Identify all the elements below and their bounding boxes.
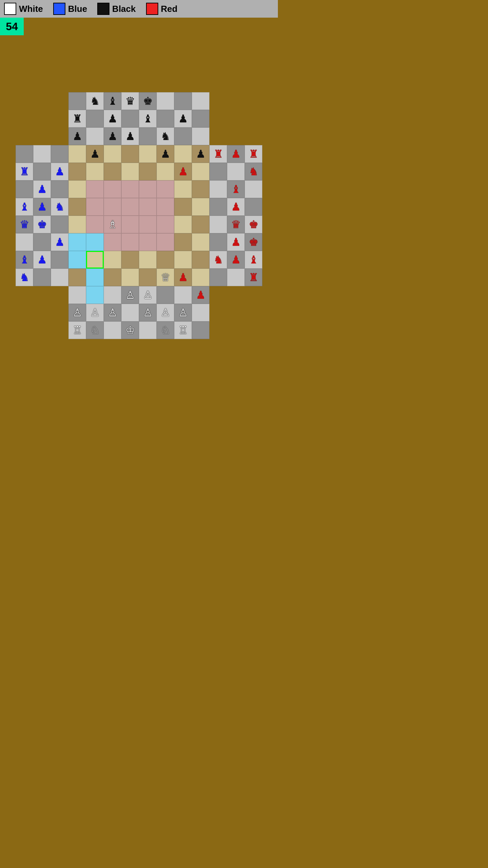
cell-12-6[interactable] (121, 304, 139, 321)
cell-4-3[interactable] (68, 163, 86, 180)
cell-1-2[interactable] (51, 110, 68, 127)
cell-0-4[interactable]: ♞ (86, 92, 104, 110)
cell-11-8[interactable] (157, 286, 174, 304)
cell-7-5[interactable]: ♗ (104, 216, 121, 233)
cell-2-3[interactable]: ♟ (68, 127, 86, 145)
cell-13-9[interactable]: ♖ (174, 321, 192, 339)
cell-12-2[interactable] (51, 304, 68, 321)
cell-6-2[interactable]: ♞ (51, 198, 68, 216)
cell-7-4[interactable] (86, 216, 104, 233)
cell-8-6[interactable] (121, 233, 139, 251)
cell-8-4[interactable] (86, 233, 104, 251)
cell-8-9[interactable] (174, 233, 192, 251)
cell-4-9[interactable]: ♟ (174, 163, 192, 180)
cell-2-7[interactable] (139, 127, 157, 145)
cell-8-5[interactable] (104, 233, 121, 251)
cell-13-1[interactable] (33, 321, 51, 339)
cell-1-0[interactable] (16, 110, 33, 127)
cell-11-13[interactable] (245, 286, 262, 304)
cell-0-0[interactable] (16, 92, 33, 110)
cell-10-2[interactable] (51, 269, 68, 286)
cell-13-3[interactable]: ♖ (68, 321, 86, 339)
cell-13-12[interactable] (227, 321, 245, 339)
cell-0-8[interactable] (157, 92, 174, 110)
cell-6-6[interactable] (121, 198, 139, 216)
cell-13-10[interactable] (192, 321, 209, 339)
cell-7-3[interactable] (68, 216, 86, 233)
cell-11-4[interactable] (86, 286, 104, 304)
cell-7-1[interactable]: ♚ (33, 216, 51, 233)
cell-9-3[interactable] (68, 251, 86, 269)
cell-5-7[interactable] (139, 180, 157, 198)
cell-10-1[interactable] (33, 269, 51, 286)
cell-3-10[interactable]: ♟ (192, 145, 209, 163)
cell-5-6[interactable] (121, 180, 139, 198)
cell-9-11[interactable]: ♞ (209, 251, 227, 269)
cell-0-13[interactable] (245, 92, 262, 110)
cell-1-13[interactable] (245, 110, 262, 127)
cell-13-6[interactable]: ♔ (121, 321, 139, 339)
cell-6-9[interactable] (174, 198, 192, 216)
cell-7-8[interactable] (157, 216, 174, 233)
cell-12-1[interactable] (33, 304, 51, 321)
cell-6-10[interactable] (192, 198, 209, 216)
cell-6-0[interactable]: ♝ (16, 198, 33, 216)
cell-10-3[interactable] (68, 269, 86, 286)
cell-10-4[interactable] (86, 269, 104, 286)
cell-0-6[interactable]: ♛ (121, 92, 139, 110)
cell-11-11[interactable] (209, 286, 227, 304)
cell-8-1[interactable] (33, 233, 51, 251)
cell-10-8[interactable]: ♕ (157, 269, 174, 286)
cell-9-1[interactable]: ♟ (33, 251, 51, 269)
cell-4-8[interactable] (157, 163, 174, 180)
cell-0-7[interactable]: ♚ (139, 92, 157, 110)
cell-3-11[interactable]: ♜ (209, 145, 227, 163)
cell-7-2[interactable] (51, 216, 68, 233)
cell-10-6[interactable] (121, 269, 139, 286)
cell-4-12[interactable] (227, 163, 245, 180)
cell-0-2[interactable] (51, 92, 68, 110)
cell-2-10[interactable] (192, 127, 209, 145)
cell-9-5[interactable] (104, 251, 121, 269)
cell-4-1[interactable] (33, 163, 51, 180)
cell-7-12[interactable]: ♛ (227, 216, 245, 233)
cell-1-1[interactable] (33, 110, 51, 127)
cell-3-12[interactable]: ♟ (227, 145, 245, 163)
cell-3-3[interactable] (68, 145, 86, 163)
cell-9-9[interactable] (174, 251, 192, 269)
cell-9-7[interactable] (139, 251, 157, 269)
cell-4-2[interactable]: ♟ (51, 163, 68, 180)
cell-6-7[interactable] (139, 198, 157, 216)
cell-11-0[interactable] (16, 286, 33, 304)
chess-board[interactable]: ♞♝♛♚♜♟♝♟♟♟♟♞♟♟♟♜♟♜♜♟♟♞♟♝♝♟♞♟♛♚♗♛♚♟♟♚♝♟♞♟… (16, 92, 262, 339)
cell-1-7[interactable]: ♝ (139, 110, 157, 127)
cell-3-1[interactable] (33, 145, 51, 163)
cell-10-10[interactable] (192, 269, 209, 286)
cell-13-11[interactable] (209, 321, 227, 339)
cell-11-1[interactable] (33, 286, 51, 304)
cell-3-13[interactable]: ♜ (245, 145, 262, 163)
cell-2-5[interactable]: ♟ (104, 127, 121, 145)
cell-5-3[interactable] (68, 180, 86, 198)
cell-11-12[interactable] (227, 286, 245, 304)
cell-4-0[interactable]: ♜ (16, 163, 33, 180)
cell-6-1[interactable]: ♟ (33, 198, 51, 216)
cell-5-8[interactable] (157, 180, 174, 198)
cell-5-13[interactable] (245, 180, 262, 198)
cell-12-12[interactable] (227, 304, 245, 321)
cell-5-11[interactable] (209, 180, 227, 198)
cell-9-13[interactable]: ♝ (245, 251, 262, 269)
cell-0-1[interactable] (33, 92, 51, 110)
cell-5-1[interactable]: ♟ (33, 180, 51, 198)
cell-4-5[interactable] (104, 163, 121, 180)
cell-12-8[interactable]: ♙ (157, 304, 174, 321)
cell-9-12[interactable]: ♟ (227, 251, 245, 269)
cell-11-5[interactable] (104, 286, 121, 304)
cell-4-4[interactable] (86, 163, 104, 180)
cell-9-0[interactable]: ♝ (16, 251, 33, 269)
cell-12-13[interactable] (245, 304, 262, 321)
cell-3-0[interactable] (16, 145, 33, 163)
cell-13-5[interactable] (104, 321, 121, 339)
cell-1-10[interactable] (192, 110, 209, 127)
cell-10-13[interactable]: ♜ (245, 269, 262, 286)
